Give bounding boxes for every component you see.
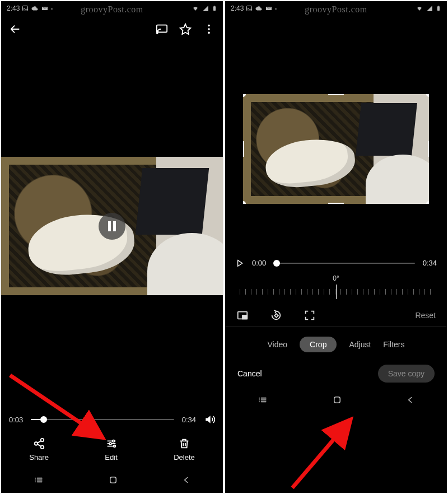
seek-total: 0:34 <box>182 416 196 424</box>
svg-rect-14 <box>110 477 116 483</box>
status-time: 2:43 <box>231 4 244 12</box>
svg-rect-21 <box>334 397 340 403</box>
home-nav-icon[interactable] <box>108 475 118 485</box>
more-icon[interactable] <box>203 23 215 35</box>
seek-row: 0:03 0:34 <box>1 409 223 430</box>
sliders-icon <box>105 437 118 450</box>
dot-icon: • <box>275 6 277 11</box>
svg-point-10 <box>40 446 44 449</box>
svg-point-11 <box>112 440 114 442</box>
seek-current: 0:03 <box>9 416 23 424</box>
signal-icon <box>202 5 209 12</box>
image-icon <box>246 5 253 12</box>
dot-icon: • <box>51 6 53 11</box>
editor-tabs: Video Crop Adjust Filters <box>225 326 447 359</box>
trash-icon <box>178 437 190 450</box>
wifi-icon <box>192 5 199 12</box>
expand-icon[interactable] <box>304 309 316 321</box>
svg-point-6 <box>208 28 210 30</box>
editor-bottom-row: Cancel Save copy <box>225 359 447 387</box>
crop-handle-br[interactable] <box>426 201 429 204</box>
crop-frame[interactable] <box>243 94 430 204</box>
delete-button[interactable]: Delete <box>174 437 195 462</box>
svg-rect-17 <box>438 6 439 6</box>
share-label: Share <box>29 453 49 462</box>
svg-point-12 <box>109 442 111 445</box>
phone-right-editor: 2:43 • groovyPost.com 0:00 <box>225 1 447 493</box>
svg-point-4 <box>157 32 158 34</box>
rotation-ruler[interactable] <box>240 285 432 299</box>
battery-icon <box>436 4 441 12</box>
pause-button[interactable] <box>99 213 125 240</box>
app-bar <box>1 16 223 43</box>
signal-icon <box>426 5 433 12</box>
back-icon[interactable] <box>9 23 21 35</box>
svg-point-8 <box>40 439 44 442</box>
battery-icon <box>212 4 217 12</box>
edit-button[interactable]: Edit <box>105 437 117 462</box>
video-frame <box>1 157 223 296</box>
svg-point-9 <box>34 442 38 445</box>
image-icon <box>22 5 29 12</box>
crop-edge-bottom[interactable] <box>328 203 344 204</box>
svg-rect-20 <box>274 314 278 317</box>
svg-rect-2 <box>214 6 215 6</box>
svg-point-5 <box>208 25 210 27</box>
cast-icon[interactable] <box>156 23 168 35</box>
play-icon[interactable] <box>235 259 244 268</box>
star-icon[interactable] <box>179 23 192 35</box>
svg-rect-1 <box>213 6 216 11</box>
cloud-icon <box>31 5 39 12</box>
cloud-icon <box>255 5 263 12</box>
crop-area[interactable] <box>225 16 447 254</box>
svg-rect-19 <box>242 315 247 319</box>
delete-label: Delete <box>174 453 195 462</box>
share-icon <box>33 437 45 450</box>
status-bar: 2:43 • <box>225 1 447 16</box>
timeline-total: 0:34 <box>423 259 437 267</box>
cancel-button[interactable]: Cancel <box>237 369 262 378</box>
back-nav-icon[interactable] <box>182 476 191 484</box>
back-nav-icon[interactable] <box>406 395 415 404</box>
gmail-icon <box>41 5 49 12</box>
timeline-row: 0:00 0:34 <box>225 254 447 272</box>
share-button[interactable]: Share <box>29 437 49 462</box>
crop-edge-left[interactable] <box>243 141 244 157</box>
phone-left-viewer: 2:43 • groovyPost.com <box>1 1 223 493</box>
nav-bar <box>1 467 223 493</box>
timeline-track[interactable] <box>274 263 414 264</box>
tab-filters[interactable]: Filters <box>383 340 404 349</box>
recents-nav-icon[interactable] <box>33 474 44 486</box>
svg-rect-0 <box>23 6 28 11</box>
wifi-icon <box>416 5 423 12</box>
aspect-ratio-icon[interactable] <box>236 309 249 321</box>
rotation-value: 0° <box>225 272 447 285</box>
crop-tools: Reset <box>225 305 447 326</box>
home-nav-icon[interactable] <box>332 395 342 405</box>
recents-nav-icon[interactable] <box>257 394 268 406</box>
tab-adjust[interactable]: Adjust <box>349 340 371 349</box>
crop-edge-right[interactable] <box>428 141 429 157</box>
edit-label: Edit <box>105 453 117 462</box>
status-time: 2:43 <box>7 4 20 12</box>
annotation-arrow-crop <box>287 412 360 491</box>
svg-rect-16 <box>437 6 440 11</box>
video-area[interactable] <box>1 43 223 409</box>
nav-bar <box>225 387 447 413</box>
volume-icon[interactable] <box>204 414 215 425</box>
timeline-current: 0:00 <box>252 259 266 267</box>
save-copy-button[interactable]: Save copy <box>378 365 435 383</box>
tab-crop[interactable]: Crop <box>300 337 337 352</box>
status-bar: 2:43 • <box>1 1 223 16</box>
reset-button[interactable]: Reset <box>415 311 436 320</box>
svg-rect-15 <box>247 6 252 11</box>
crop-edge-top[interactable] <box>328 94 344 95</box>
seek-track[interactable] <box>31 419 174 420</box>
svg-point-7 <box>208 32 210 34</box>
rotate-icon[interactable] <box>270 309 282 321</box>
action-row: Share Edit Delete <box>1 430 223 467</box>
tab-video[interactable]: Video <box>268 340 288 349</box>
gmail-icon <box>265 5 273 12</box>
